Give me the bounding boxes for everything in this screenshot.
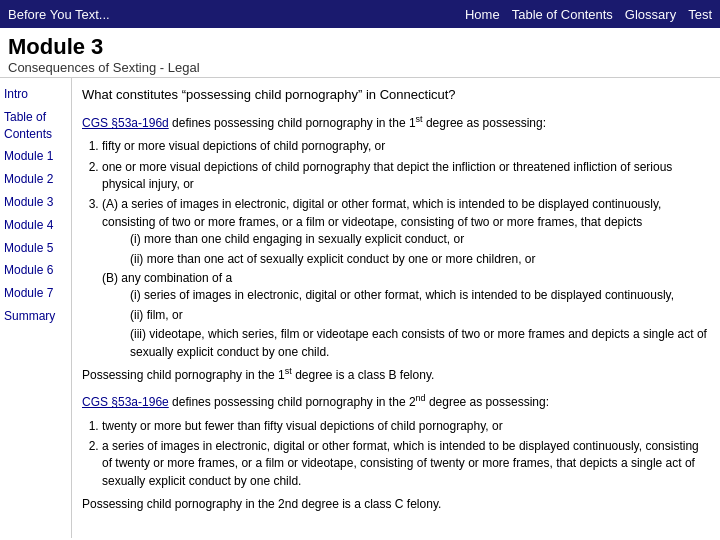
first-item-1: fifty or more visual depictions of child… — [102, 138, 710, 155]
sidebar-item-intro[interactable]: Intro — [4, 86, 67, 103]
second-felony-para: Possessing child pornography in the 2nd … — [82, 496, 710, 513]
sidebar: Intro Table ofContents Module 1 Module 2… — [0, 78, 72, 538]
sidebar-item-module1[interactable]: Module 1 — [4, 148, 67, 165]
sub-list-B: (i) series of images in electronic, digi… — [130, 287, 710, 361]
sub-item-B-iii: (iii) videotape, which series, film or v… — [130, 326, 710, 361]
first-statute-intro: defines possessing child pornography in … — [169, 116, 416, 130]
content-area: What constitutes “possessing child porno… — [72, 78, 720, 538]
second-statute-link[interactable]: CGS §53a-196e — [82, 395, 169, 409]
sidebar-module2-link[interactable]: Module 2 — [4, 171, 67, 188]
sidebar-toc-link[interactable]: Table ofContents — [4, 109, 67, 143]
sub-item-A-i: (i) more than one child engaging in sexu… — [130, 231, 710, 248]
second-statute-intro: defines possessing child pornography in … — [169, 395, 416, 409]
glossary-link[interactable]: Glossary — [625, 7, 676, 22]
toc-link[interactable]: Table of Contents — [512, 7, 613, 22]
section-question: What constitutes “possessing child porno… — [82, 86, 710, 105]
sidebar-module1-link[interactable]: Module 1 — [4, 148, 67, 165]
sidebar-module4-link[interactable]: Module 4 — [4, 217, 67, 234]
first-statute-cont: degree as possessing: — [423, 116, 546, 130]
main-layout: Intro Table ofContents Module 1 Module 2… — [0, 78, 720, 538]
first-statute-link[interactable]: CGS §53a-196d — [82, 116, 169, 130]
sidebar-item-module3[interactable]: Module 3 — [4, 194, 67, 211]
sidebar-module6-link[interactable]: Module 6 — [4, 262, 67, 279]
sidebar-item-module2[interactable]: Module 2 — [4, 171, 67, 188]
page-header: Module 3 Consequences of Sexting - Legal — [0, 28, 720, 78]
sidebar-item-module6[interactable]: Module 6 — [4, 262, 67, 279]
top-navigation: Before You Text... Home Table of Content… — [0, 0, 720, 28]
first-felony-para: Possessing child pornography in the 1st … — [82, 365, 710, 384]
second-item-2: a series of images in electronic, digita… — [102, 438, 710, 490]
second-item-1: twenty or more but fewer than fifty visu… — [102, 418, 710, 435]
sidebar-item-module4[interactable]: Module 4 — [4, 217, 67, 234]
module-subtitle: Consequences of Sexting - Legal — [8, 60, 712, 75]
second-degree-list: twenty or more but fewer than fifty visu… — [102, 418, 710, 491]
sub-item-B-i: (i) series of images in electronic, digi… — [130, 287, 710, 304]
sidebar-item-toc[interactable]: Table ofContents — [4, 109, 67, 143]
sidebar-item-module5[interactable]: Module 5 — [4, 240, 67, 257]
sidebar-item-module7[interactable]: Module 7 — [4, 285, 67, 302]
first-statute-para: CGS §53a-196d defines possessing child p… — [82, 113, 710, 132]
sidebar-summary-link[interactable]: Summary — [4, 308, 67, 325]
test-link[interactable]: Test — [688, 7, 712, 22]
first-degree-list: fifty or more visual depictions of child… — [102, 138, 710, 361]
sidebar-module5-link[interactable]: Module 5 — [4, 240, 67, 257]
sidebar-module7-link[interactable]: Module 7 — [4, 285, 67, 302]
nav-title: Before You Text... — [8, 7, 465, 22]
second-statute-para: CGS §53a-196e defines possessing child p… — [82, 392, 710, 411]
module-title: Module 3 — [8, 34, 712, 60]
sub-item-A-ii: (ii) more than one act of sexually expli… — [130, 251, 710, 268]
sub-list-A: (i) more than one child engaging in sexu… — [130, 231, 710, 268]
sidebar-intro-link[interactable]: Intro — [4, 86, 67, 103]
first-item-2: one or more visual depictions of child p… — [102, 159, 710, 194]
sidebar-module3-link[interactable]: Module 3 — [4, 194, 67, 211]
first-item-3: (A) a series of images in electronic, di… — [102, 196, 710, 361]
sub-item-B-ii: (ii) film, or — [130, 307, 710, 324]
item-B-intro: (B) any combination of a — [102, 271, 232, 285]
sidebar-item-summary[interactable]: Summary — [4, 308, 67, 325]
first-sup: st — [416, 114, 423, 124]
home-link[interactable]: Home — [465, 7, 500, 22]
nav-links: Home Table of Contents Glossary Test — [465, 7, 712, 22]
